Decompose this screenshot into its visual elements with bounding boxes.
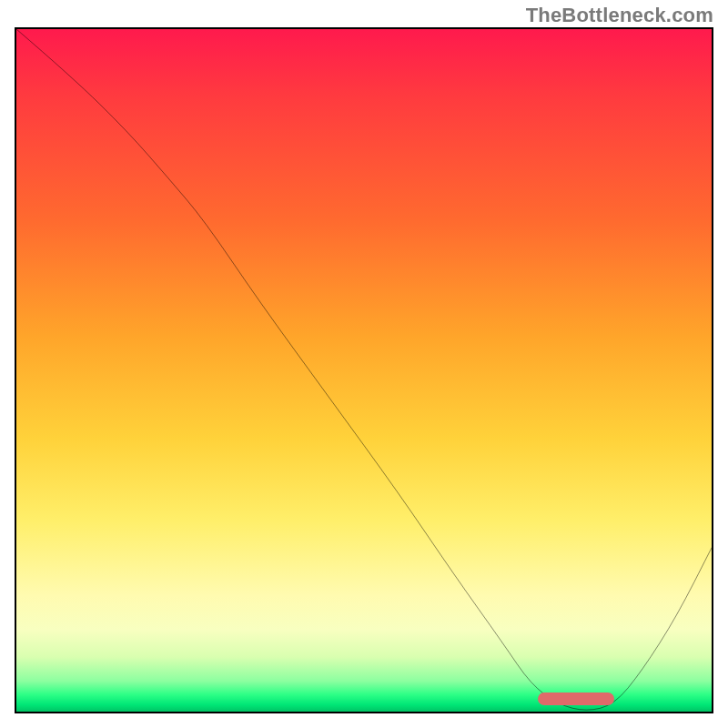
plot-area: [15, 27, 713, 713]
bottleneck-curve: [16, 29, 712, 712]
watermark-text: TheBottleneck.com: [526, 4, 713, 27]
chart-frame: TheBottleneck.com: [0, 0, 728, 728]
optimal-range-marker: [538, 693, 614, 705]
